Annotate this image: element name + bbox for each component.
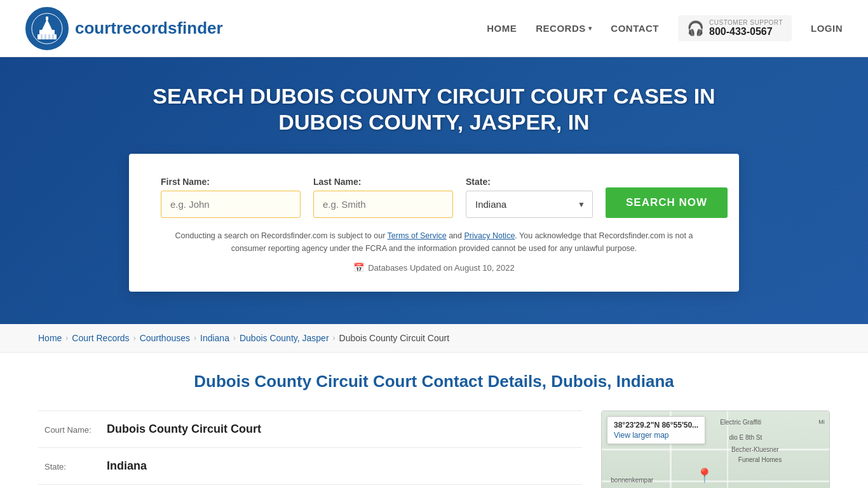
privacy-link[interactable]: Privacy Notice <box>464 231 515 240</box>
map-label-e8th: dio E 8th St <box>729 434 762 441</box>
tos-link[interactable]: Terms of Service <box>388 231 447 240</box>
hero-title: SEARCH DUBOIS COUNTY CIRCUIT COURT CASES… <box>148 83 720 135</box>
map-pin-icon: 📍 <box>696 468 713 484</box>
breadcrumb-current: Dubois County Circuit Court <box>339 333 450 343</box>
first-name-group: First Name: <box>161 177 301 218</box>
search-card: First Name: Last Name: State: Indiana Al… <box>129 154 739 292</box>
map-label-funeral: Funeral Homes <box>738 456 782 463</box>
header: courtrecordsfinder HOME RECORDS ▾ CONTAC… <box>0 0 868 57</box>
breadcrumb-sep-5: › <box>333 334 336 342</box>
support-info: CUSTOMER SUPPORT 800-433-0567 <box>709 19 783 37</box>
first-name-input[interactable] <box>161 191 301 218</box>
court-name-value: Dubois County Circuit Court <box>107 423 261 436</box>
breadcrumb: Home › Court Records › Courthouses › Ind… <box>0 324 868 353</box>
breadcrumb-sep-2: › <box>133 334 136 342</box>
map-info-box: 38°23'29.2"N 86°55'50... View larger map <box>607 416 705 444</box>
map-label-electric: Electric Graffiti <box>720 419 761 426</box>
headphone-icon: 🎧 <box>687 20 704 37</box>
map-label-mi: Mi <box>818 419 825 425</box>
state-select-wrap: Indiana Alabama Alaska Arizona Californi… <box>466 191 593 218</box>
svg-rect-7 <box>52 34 54 39</box>
state-label: State: <box>466 177 593 187</box>
hero-section: SEARCH DUBOIS COUNTY CIRCUIT COURT CASES… <box>0 57 868 324</box>
last-name-group: Last Name: <box>313 177 453 218</box>
svg-rect-5 <box>44 34 46 39</box>
logo-text: courtrecordsfinder <box>75 18 223 38</box>
breadcrumb-sep-4: › <box>233 334 236 342</box>
breadcrumb-indiana[interactable]: Indiana <box>200 333 229 343</box>
last-name-input[interactable] <box>313 191 453 218</box>
svg-rect-4 <box>41 34 43 39</box>
breadcrumb-sep-1: › <box>65 334 68 342</box>
logo-icon <box>25 7 69 50</box>
breadcrumb-home[interactable]: Home <box>38 333 62 343</box>
section-title: Dubois County Circuit Court Contact Deta… <box>38 372 830 391</box>
login-button[interactable]: LOGIN <box>811 23 843 34</box>
svg-rect-2 <box>39 30 55 35</box>
support-block[interactable]: 🎧 CUSTOMER SUPPORT 800-433-0567 <box>678 15 792 41</box>
nav-contact[interactable]: CONTACT <box>611 23 659 34</box>
map-label-bonn: bonnenkempar <box>611 477 653 484</box>
main-nav: HOME RECORDS ▾ CONTACT 🎧 CUSTOMER SUPPOR… <box>487 15 843 41</box>
map-road-h1 <box>602 449 829 451</box>
svg-rect-3 <box>46 17 48 20</box>
court-name-row: Court Name: Dubois County Circuit Court <box>38 410 582 447</box>
state-group: State: Indiana Alabama Alaska Arizona Ca… <box>466 177 593 218</box>
breadcrumb-court-records[interactable]: Court Records <box>72 333 129 343</box>
search-disclaimer: Conducting a search on Recordsfinder.com… <box>161 229 707 255</box>
map-view-larger[interactable]: View larger map <box>614 431 668 440</box>
map-label-becher: Becher-Kluesner <box>731 446 778 453</box>
state-detail-value: Indiana <box>107 459 147 473</box>
state-select[interactable]: Indiana Alabama Alaska Arizona Californi… <box>466 191 593 218</box>
breadcrumb-dubois-county[interactable]: Dubois County, Jasper <box>240 333 329 343</box>
breadcrumb-sep-3: › <box>194 334 196 342</box>
svg-rect-6 <box>48 34 50 39</box>
state-row: State: Indiana <box>38 447 582 485</box>
details-left: Court Name: Dubois County Circuit Court … <box>38 410 582 485</box>
state-detail-label: State: <box>44 462 102 471</box>
logo[interactable]: courtrecordsfinder <box>25 7 223 50</box>
details-grid: Court Name: Dubois County Circuit Court … <box>38 410 830 488</box>
main-content: Dubois County Circuit Court Contact Deta… <box>0 353 868 488</box>
search-fields: First Name: Last Name: State: Indiana Al… <box>161 177 707 218</box>
nav-home[interactable]: HOME <box>487 23 517 34</box>
db-updated: 📅 Databases Updated on August 10, 2022 <box>161 262 707 273</box>
first-name-label: First Name: <box>161 177 301 187</box>
nav-records[interactable]: RECORDS ▾ <box>536 23 592 34</box>
map-container[interactable]: Electric Graffiti dio E 8th St Becher-Kl… <box>601 410 830 488</box>
chevron-down-icon: ▾ <box>588 25 592 32</box>
breadcrumb-courthouses[interactable]: Courthouses <box>140 333 190 343</box>
court-name-label: Court Name: <box>44 425 102 435</box>
calendar-icon: 📅 <box>353 262 364 273</box>
search-button[interactable]: SEARCH NOW <box>606 187 728 218</box>
last-name-label: Last Name: <box>313 177 453 187</box>
